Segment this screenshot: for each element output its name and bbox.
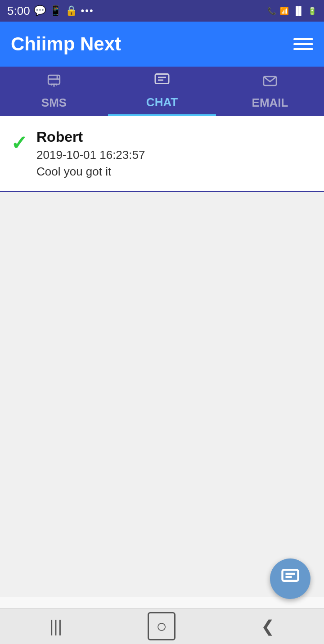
new-chat-fab[interactable]	[270, 558, 310, 599]
tab-chat[interactable]: CHAT	[108, 67, 216, 116]
status-bar-right: 📞 📶 ▐▌ 🔋	[267, 6, 317, 16]
tab-sms[interactable]: SMS	[0, 67, 108, 116]
read-checkmark: ✓	[11, 131, 27, 154]
sms-icon	[46, 73, 62, 92]
chat-bubble-icon: 💬	[34, 5, 46, 17]
message-timestamp: 2019-10-01 16:23:57	[36, 148, 145, 162]
nav-back-button[interactable]: ❮	[248, 612, 288, 640]
app-title: Chiimp Next	[11, 33, 121, 55]
svg-rect-8	[283, 570, 298, 581]
phone-icon: 📞	[267, 7, 276, 15]
lock-icon: 🔒	[65, 5, 77, 17]
chat-list-item[interactable]: ✓ Robert 2019-10-01 16:23:57 Cool you go…	[0, 116, 324, 192]
chat-icon	[154, 72, 170, 92]
app-bar: Chiimp Next	[0, 22, 324, 67]
chat-info: Robert 2019-10-01 16:23:57 Cool you got …	[36, 129, 145, 179]
chat-tab-label: CHAT	[146, 95, 178, 109]
email-icon	[262, 73, 278, 92]
status-time: 5:00	[7, 4, 30, 18]
contact-name: Robert	[36, 129, 145, 145]
message-preview: Cool you got it	[36, 165, 145, 179]
tab-bar: SMS CHAT EMAIL	[0, 67, 324, 116]
email-tab-label: EMAIL	[252, 96, 288, 110]
svg-rect-4	[155, 74, 169, 83]
more-icon: •••	[81, 5, 94, 17]
content-area: ✓ Robert 2019-10-01 16:23:57 Cool you go…	[0, 116, 324, 608]
menu-button[interactable]	[293, 38, 313, 50]
nav-bar: ||| ○ ❮	[0, 608, 324, 644]
tab-email[interactable]: EMAIL	[216, 67, 324, 116]
status-bar: 5:00 💬 📱 🔒 ••• 📞 📶 ▐▌ 🔋	[0, 0, 324, 22]
status-bar-left: 5:00 💬 📱 🔒 •••	[7, 4, 94, 18]
signal-icon: ▐▌	[292, 6, 304, 16]
battery-icon: 🔋	[308, 7, 317, 15]
whatsapp-icon: 📱	[50, 5, 62, 17]
new-chat-icon	[281, 567, 300, 590]
empty-space	[0, 192, 324, 597]
nav-home-button[interactable]: ○	[148, 612, 176, 640]
sms-tab-label: SMS	[41, 96, 67, 110]
wifi-icon: 📶	[280, 7, 289, 15]
nav-recent-button[interactable]: |||	[36, 612, 76, 640]
